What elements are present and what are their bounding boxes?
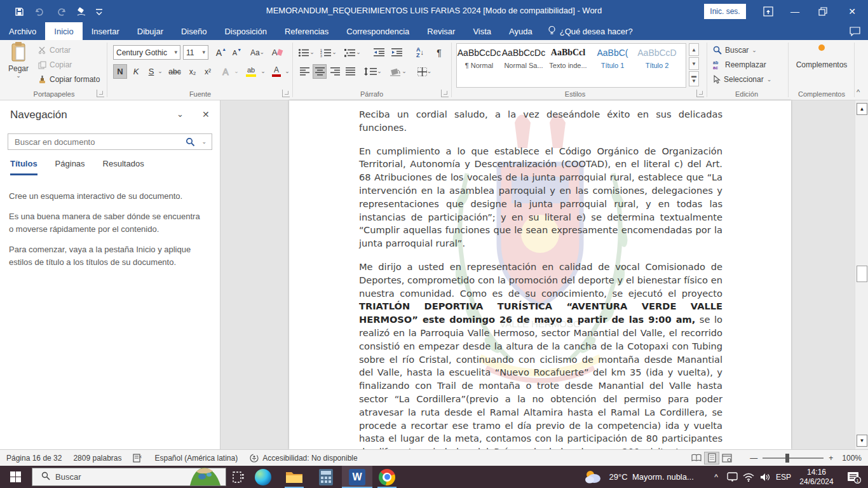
- decrease-indent-button[interactable]: [371, 45, 386, 60]
- search-options-caret-icon[interactable]: ⌄: [201, 139, 207, 145]
- numbering-button[interactable]: 123⌄: [319, 45, 338, 60]
- language-indicator[interactable]: Español (América latina): [154, 454, 238, 463]
- start-button[interactable]: [0, 466, 31, 488]
- multilevel-list-button[interactable]: ⌄: [343, 45, 362, 60]
- tab-diseno[interactable]: Diseño: [172, 22, 215, 40]
- page-indicator[interactable]: Página 16 de 32: [6, 454, 62, 463]
- grow-font-button[interactable]: A▲: [214, 45, 229, 60]
- taskbar-search-box[interactable]: Buscar: [32, 468, 226, 486]
- style-titulo-1[interactable]: AaBbC( Título 1: [590, 44, 635, 87]
- format-painter-button[interactable]: Copiar formato: [38, 75, 100, 84]
- style-normal[interactable]: AaBbCcDc ¶ Normal: [457, 44, 501, 87]
- weather-icon[interactable]: [582, 466, 605, 488]
- clear-formatting-button[interactable]: A: [269, 45, 285, 60]
- bold-button[interactable]: N: [113, 64, 127, 79]
- tab-referencias[interactable]: Referencias: [276, 22, 337, 40]
- vertical-scrollbar[interactable]: ▲ ▼: [855, 100, 868, 449]
- search-icon[interactable]: [186, 137, 195, 149]
- line-spacing-button[interactable]: ⌄: [362, 64, 384, 79]
- borders-button[interactable]: ⌄: [413, 64, 436, 79]
- clock[interactable]: 14:16 24/6/2024: [794, 466, 839, 488]
- task-view-button[interactable]: [229, 466, 248, 488]
- style-titulo-2[interactable]: AaBbCcD Título 2: [635, 44, 679, 87]
- zoom-out-button[interactable]: —: [750, 454, 757, 463]
- nav-search-box[interactable]: ⌄: [8, 133, 212, 150]
- accessibility-indicator[interactable]: Accesibilidad: No disponible: [249, 453, 357, 463]
- tell-me-box[interactable]: ¿Qué desea hacer?: [541, 22, 639, 40]
- styles-dialog-launcher[interactable]: [696, 90, 704, 97]
- paste-button[interactable]: Pegar ⌄: [4, 42, 33, 88]
- volume-icon[interactable]: [757, 466, 773, 488]
- tray-chevron-up-icon[interactable]: ^: [709, 466, 723, 488]
- addins-button[interactable]: Complementos: [793, 44, 850, 69]
- tab-ayuda[interactable]: Ayuda: [500, 22, 541, 40]
- calculator-icon[interactable]: [315, 466, 337, 488]
- tab-archivo[interactable]: Archivo: [0, 22, 45, 40]
- read-mode-icon[interactable]: [689, 452, 704, 464]
- sign-in-button[interactable]: Inic. ses.: [704, 4, 746, 19]
- notification-center-icon[interactable]: 1 1: [843, 466, 865, 488]
- nav-pane-close-icon[interactable]: ✕: [202, 109, 210, 119]
- font-dialog-launcher[interactable]: [282, 90, 290, 97]
- font-color-caret-icon[interactable]: ⌄: [283, 64, 291, 79]
- bullets-button[interactable]: ⌄: [297, 45, 315, 60]
- font-color-button[interactable]: A: [269, 64, 283, 79]
- superscript-button[interactable]: x²: [201, 64, 215, 79]
- zoom-percentage[interactable]: 100%: [842, 454, 862, 463]
- increase-indent-button[interactable]: [389, 45, 404, 60]
- clipboard-dialog-launcher[interactable]: [97, 90, 104, 97]
- nav-pane-options-icon[interactable]: ⌄: [177, 109, 184, 119]
- language-indicator-esp[interactable]: ESP: [774, 466, 793, 488]
- document-text[interactable]: Reciba un cordial saludo, a la vez deseá…: [359, 108, 722, 449]
- underline-button[interactable]: S: [145, 64, 158, 79]
- word-taskbar-icon[interactable]: W: [342, 466, 372, 488]
- chrome-icon[interactable]: [376, 466, 398, 488]
- font-family-select[interactable]: Century Gothic▾: [113, 45, 180, 60]
- web-layout-icon[interactable]: [719, 452, 735, 464]
- styles-scroll-up-icon[interactable]: ▲: [689, 43, 699, 56]
- weather-description[interactable]: Mayorm. nubla...: [632, 466, 703, 488]
- nav-tab-paginas[interactable]: Páginas: [55, 159, 85, 175]
- collapse-ribbon-icon[interactable]: ^: [857, 88, 860, 96]
- shrink-font-button[interactable]: A▼: [230, 45, 244, 60]
- shading-button[interactable]: ⌄: [388, 64, 409, 79]
- strikethrough-button[interactable]: abc: [166, 64, 183, 79]
- styles-more-icon[interactable]: ▬▼: [689, 71, 699, 86]
- comments-icon[interactable]: [850, 22, 868, 40]
- scroll-down-icon[interactable]: ▼: [857, 435, 867, 447]
- paragraph-dialog-launcher[interactable]: [441, 90, 449, 97]
- word-count[interactable]: 2809 palabras: [73, 454, 121, 463]
- close-button[interactable]: ✕: [841, 0, 863, 22]
- nav-search-input[interactable]: [13, 135, 172, 149]
- highlight-caret-icon[interactable]: ⌄: [259, 64, 267, 79]
- nav-tab-titulos[interactable]: Títulos: [10, 159, 37, 175]
- document-page[interactable]: VALLE HERMOSO Reciba un cordial saludo, …: [289, 100, 791, 449]
- proofing-errors-icon[interactable]: x: [133, 453, 143, 463]
- zoom-in-button[interactable]: +: [829, 454, 833, 463]
- print-layout-icon[interactable]: [704, 452, 719, 464]
- scrollbar-thumb[interactable]: [857, 266, 867, 282]
- sort-button[interactable]: AZ↓: [412, 45, 428, 60]
- subscript-button[interactable]: x₂: [186, 64, 200, 79]
- restore-button[interactable]: [812, 0, 834, 22]
- select-button[interactable]: Seleccionar⌄: [713, 75, 771, 84]
- style-texto-independiente[interactable]: AaBbCcl Texto inde...: [546, 44, 590, 87]
- zoom-slider-thumb[interactable]: [785, 454, 789, 463]
- highlight-button[interactable]: ab: [243, 64, 259, 79]
- justify-button[interactable]: [343, 64, 357, 79]
- zoom-slider[interactable]: [763, 458, 824, 459]
- tab-inicio[interactable]: Inicio: [45, 22, 82, 40]
- change-case-button[interactable]: Aa⌄: [248, 45, 267, 60]
- find-button[interactable]: Buscar⌄: [713, 46, 757, 55]
- wifi-icon[interactable]: [741, 466, 756, 488]
- align-right-button[interactable]: [328, 64, 342, 79]
- tab-revisar[interactable]: Revisar: [418, 22, 464, 40]
- ribbon-display-options-icon[interactable]: [757, 0, 779, 22]
- tab-vista[interactable]: Vista: [464, 22, 500, 40]
- align-center-button[interactable]: [313, 64, 327, 79]
- pilcrow-button[interactable]: ¶: [432, 45, 446, 60]
- wireless-display-icon[interactable]: [724, 466, 740, 488]
- style-normal-sa[interactable]: AaBbCcDc Normal Sa...: [501, 44, 546, 87]
- edge-icon[interactable]: [253, 466, 273, 488]
- weather-temperature[interactable]: 29°C: [606, 466, 631, 488]
